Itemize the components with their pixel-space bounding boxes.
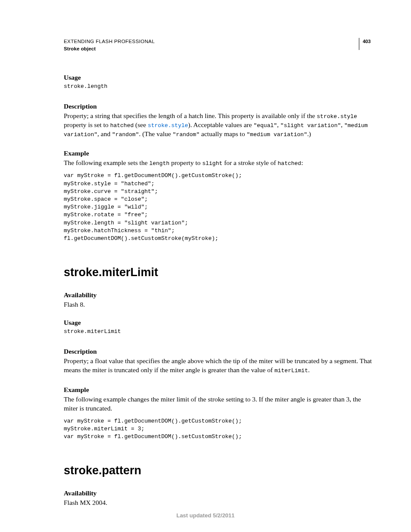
chapter-title: Stroke object	[64, 45, 155, 53]
stroke-style-link[interactable]: stroke.style	[148, 122, 188, 129]
section-title-miterlimit: stroke.miterLimit	[64, 266, 372, 279]
section-title-pattern: stroke.pattern	[64, 464, 372, 477]
usage-heading-miter: Usage	[64, 319, 372, 327]
example-code-block-miter: var myStroke = fl.getDocumentDOM().getCu…	[64, 417, 372, 441]
availability-heading-pattern: Availability	[64, 489, 372, 497]
doc-title: EXTENDING FLASH PROFESSIONAL	[64, 38, 155, 45]
example-heading-miter: Example	[64, 386, 372, 394]
header-text: EXTENDING FLASH PROFESSIONAL Stroke obje…	[64, 38, 155, 53]
usage-code: stroke.length	[64, 83, 372, 90]
example-intro: The following example sets the length pr…	[64, 159, 372, 168]
availability-text: Flash 8.	[64, 300, 372, 309]
example-heading: Example	[64, 149, 372, 157]
example-code-block: var myStroke = fl.getDocumentDOM().getCu…	[64, 172, 372, 243]
description-heading: Description	[64, 103, 372, 110]
page-container: EXTENDING FLASH PROFESSIONAL Stroke obje…	[0, 0, 411, 532]
description-text: Property; a string that specifies the le…	[64, 112, 372, 139]
description-text-miter: Property; a float value that specifies t…	[64, 357, 372, 375]
page-footer: Last updated 5/2/2011	[0, 512, 411, 519]
example-intro-miter: The following example changes the miter …	[64, 395, 372, 413]
usage-heading: Usage	[64, 74, 372, 81]
availability-text-pattern: Flash MX 2004.	[64, 498, 372, 507]
usage-code-miter: stroke.miterLimit	[64, 328, 372, 336]
page-number: 403	[359, 38, 372, 50]
description-heading-miter: Description	[64, 348, 372, 355]
availability-heading: Availability	[64, 291, 372, 299]
page-header: EXTENDING FLASH PROFESSIONAL Stroke obje…	[64, 38, 372, 53]
